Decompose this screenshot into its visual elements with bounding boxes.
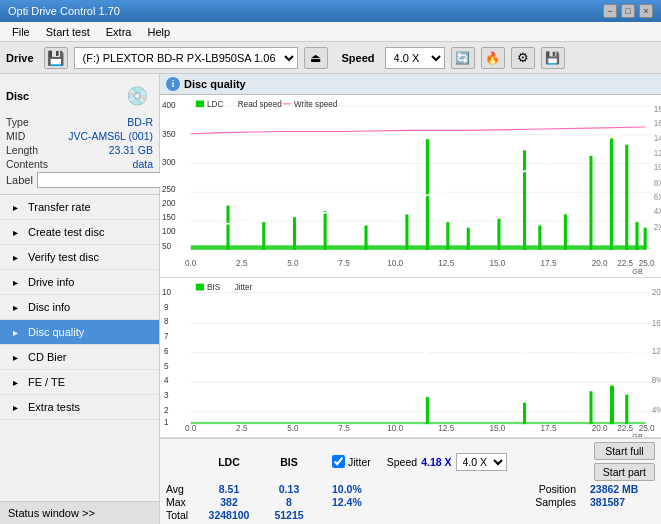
- svg-text:250: 250: [162, 184, 176, 194]
- disc-type-label: Type: [6, 116, 29, 128]
- disc-panel: Disc 💿 Type BD-R MID JVC-AMS6L (001) Len…: [0, 74, 159, 195]
- nav-item-verify-test-disc[interactable]: ▸Verify test disc: [0, 245, 159, 270]
- disc-mid-label: MID: [6, 130, 25, 142]
- stats-bis-val: 51215: [264, 509, 314, 521]
- drive-label: Drive: [6, 52, 34, 64]
- disc-contents-row: Contents data: [6, 158, 153, 170]
- maximize-button[interactable]: □: [621, 4, 635, 18]
- svg-text:0.0: 0.0: [185, 258, 197, 268]
- svg-text:7.5: 7.5: [338, 258, 350, 268]
- disc-length-row: Length 23.31 GB: [6, 144, 153, 156]
- svg-text:10.0: 10.0: [387, 258, 403, 268]
- lower-chart: 10 9 8 7 6 5 4 3 2 1 20% 16% 12% 8% 4%: [160, 278, 661, 438]
- nav-icon-drive-info: ▸: [8, 275, 22, 289]
- stats-row-total: Total 3248100 51215: [166, 509, 655, 521]
- menu-start-test[interactable]: Start test: [38, 24, 98, 40]
- start-full-button[interactable]: Start full: [594, 442, 655, 460]
- svg-rect-37: [226, 206, 229, 250]
- svg-text:9: 9: [164, 302, 169, 312]
- stats-position-label: Position: [539, 483, 576, 495]
- main-layout: Disc 💿 Type BD-R MID JVC-AMS6L (001) Len…: [0, 74, 661, 524]
- svg-text:4%: 4%: [652, 405, 661, 415]
- jitter-checkbox[interactable]: [332, 455, 345, 468]
- stats-position-val: 23862 MB: [590, 483, 655, 495]
- minimize-button[interactable]: −: [603, 4, 617, 18]
- ldc-col-header: LDC: [204, 456, 254, 468]
- menu-extra[interactable]: Extra: [98, 24, 140, 40]
- window-controls: − □ ×: [603, 4, 653, 18]
- menu-help[interactable]: Help: [139, 24, 178, 40]
- burn-button[interactable]: 🔥: [481, 47, 505, 69]
- nav-item-transfer-rate[interactable]: ▸Transfer rate: [0, 195, 159, 220]
- nav-item-fe-te[interactable]: ▸FE / TE: [0, 370, 159, 395]
- nav-item-drive-info[interactable]: ▸Drive info: [0, 270, 159, 295]
- nav-item-disc-info[interactable]: ▸Disc info: [0, 295, 159, 320]
- svg-text:Write speed: Write speed: [294, 99, 338, 109]
- nav-item-extra-tests[interactable]: ▸Extra tests: [0, 395, 159, 420]
- stats-ldc-val: 382: [204, 496, 254, 508]
- svg-text:10X: 10X: [654, 162, 661, 172]
- drive-select[interactable]: (F:) PLEXTOR BD-R PX-LB950SA 1.06: [74, 47, 298, 69]
- speed-select[interactable]: 4.0 X: [385, 47, 445, 69]
- speed-label: Speed: [342, 52, 375, 64]
- jitter-label: Jitter: [348, 456, 371, 468]
- disc-length-value: 23.31 GB: [109, 144, 153, 156]
- menu-file[interactable]: File: [4, 24, 38, 40]
- lower-chart-svg: 10 9 8 7 6 5 4 3 2 1 20% 16% 12% 8% 4%: [160, 278, 661, 437]
- status-window-button[interactable]: Status window >>: [0, 501, 159, 524]
- nav-item-cd-bier[interactable]: ▸CD Bier: [0, 345, 159, 370]
- upper-chart-svg: 18X 16X 14X 12X 10X 8X 6X 4X 2X 400 350 …: [160, 95, 661, 277]
- svg-rect-94: [191, 422, 646, 424]
- svg-rect-39: [293, 217, 296, 250]
- close-button[interactable]: ×: [639, 4, 653, 18]
- settings-button[interactable]: ⚙: [511, 47, 535, 69]
- app-title: Opti Drive Control 1.70: [8, 5, 603, 17]
- dq-icon: i: [166, 77, 180, 91]
- svg-rect-45: [467, 228, 470, 250]
- disc-type-value: BD-R: [127, 116, 153, 128]
- svg-text:22.5: 22.5: [617, 258, 633, 268]
- svg-rect-52: [625, 145, 628, 250]
- svg-text:Read speed: Read speed: [238, 99, 282, 109]
- svg-rect-48: [538, 225, 541, 249]
- disc-label-label: Label: [6, 174, 33, 186]
- svg-text:15.0: 15.0: [489, 258, 505, 268]
- sidebar: Disc 💿 Type BD-R MID JVC-AMS6L (001) Len…: [0, 74, 160, 524]
- svg-text:20.0: 20.0: [592, 258, 608, 268]
- svg-text:7: 7: [164, 331, 169, 341]
- stats-bis-val: 0.13: [264, 483, 314, 495]
- nav-icon-transfer-rate: ▸: [8, 200, 22, 214]
- svg-text:350: 350: [162, 129, 176, 139]
- content-area: i Disc quality 18X 16X 14X 12X 10X 8X 6X…: [160, 74, 661, 524]
- start-part-button[interactable]: Start part: [594, 463, 655, 481]
- speed-dropdown[interactable]: 4.0 X: [456, 453, 507, 471]
- stats-row-label: Avg: [166, 483, 194, 495]
- stats-row-label: Total: [166, 509, 194, 521]
- svg-text:GB: GB: [632, 432, 642, 437]
- nav-icon-extra-tests: ▸: [8, 400, 22, 414]
- eject-button[interactable]: ⏏: [304, 47, 328, 69]
- nav-icon-disc-info: ▸: [8, 300, 22, 314]
- stats-footer: LDC BIS Jitter Speed 4.18 X 4.0 X Start …: [160, 438, 661, 524]
- save-button[interactable]: 💾: [541, 47, 565, 69]
- svg-rect-100: [196, 284, 204, 291]
- nav-label-extra-tests: Extra tests: [28, 401, 80, 413]
- svg-rect-36: [191, 245, 646, 249]
- refresh-button[interactable]: 🔄: [451, 47, 475, 69]
- disc-label-input[interactable]: [37, 172, 170, 188]
- svg-rect-41: [364, 225, 367, 249]
- svg-text:400: 400: [162, 100, 176, 110]
- svg-rect-96: [523, 403, 526, 425]
- svg-text:2.5: 2.5: [236, 258, 248, 268]
- jitter-checkbox-row: Jitter: [332, 455, 371, 468]
- speed-value: 4.18 X: [421, 456, 451, 468]
- nav-item-disc-quality[interactable]: ▸Disc quality: [0, 320, 159, 345]
- svg-text:10: 10: [162, 287, 171, 297]
- stats-jitter-val: 10.0%: [332, 483, 392, 495]
- nav-item-create-test-disc[interactable]: ▸Create test disc: [0, 220, 159, 245]
- titlebar: Opti Drive Control 1.70 − □ ×: [0, 0, 661, 22]
- nav-label-fe-te: FE / TE: [28, 376, 65, 388]
- svg-text:50: 50: [162, 240, 171, 250]
- nav-label-cd-bier: CD Bier: [28, 351, 67, 363]
- disc-title: Disc: [6, 90, 29, 102]
